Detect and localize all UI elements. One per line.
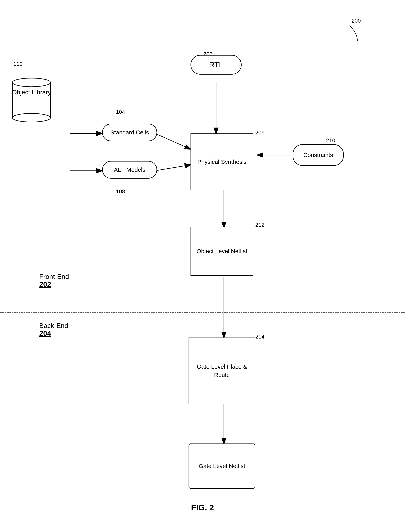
physical-synthesis-node: Physical Synthesis <box>190 133 253 190</box>
figure-label: FIG. 2 <box>191 503 214 512</box>
object-library-node: Object Library <box>12 75 51 118</box>
ref-206: 206 <box>255 130 264 136</box>
object-level-netlist-node: Object Level Netlist <box>190 227 253 276</box>
ref-210: 210 <box>326 137 335 144</box>
svg-rect-10 <box>12 82 50 118</box>
svg-point-15 <box>13 79 50 86</box>
ref-212: 212 <box>255 222 264 228</box>
back-end-label: Back-End 204 <box>39 322 68 338</box>
cylinder-svg <box>12 75 51 122</box>
object-library-label: Object Library <box>12 88 51 97</box>
ref-200: 200 <box>351 18 361 24</box>
front-end-label: Front-End 202 <box>39 273 69 289</box>
constraints-node: Constraints <box>293 144 344 166</box>
diagram-container: 200 110 Object Library 104 Standard Cell… <box>0 0 405 532</box>
svg-line-3 <box>155 133 190 149</box>
dashed-divider <box>0 312 405 313</box>
gate-level-netlist-node: Gate Level Netlist <box>189 444 255 489</box>
ref-110: 110 <box>13 61 23 67</box>
standard-cells-node: Standard Cells <box>102 124 157 141</box>
ref-104: 104 <box>116 109 125 115</box>
svg-point-13 <box>12 113 50 122</box>
ref-108: 108 <box>116 188 125 195</box>
gate-level-place-route-node: Gate Level Place & Route <box>189 338 255 404</box>
rtl-node: RTL <box>190 55 242 75</box>
alf-models-node: ALF Models <box>102 161 157 178</box>
ref-214: 214 <box>255 334 264 340</box>
svg-line-4 <box>155 165 190 171</box>
